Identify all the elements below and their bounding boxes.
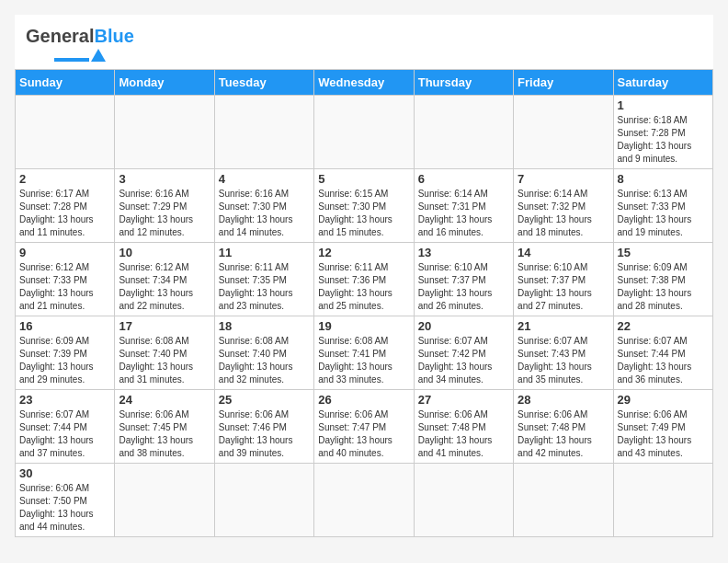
cell-info: Sunrise: 6:16 AM Sunset: 7:29 PM Dayligh… (119, 188, 210, 239)
calendar-cell (514, 96, 613, 169)
day-number: 10 (119, 246, 210, 259)
cell-info: Sunrise: 6:09 AM Sunset: 7:38 PM Dayligh… (618, 261, 709, 313)
day-number: 5 (318, 172, 409, 186)
cell-info: Sunrise: 6:07 AM Sunset: 7:44 PM Dayligh… (618, 335, 709, 386)
calendar-cell: 22Sunrise: 6:07 AM Sunset: 7:44 PM Dayli… (613, 316, 712, 390)
weekday-header-row: SundayMondayTuesdayWednesdayThursdayFrid… (16, 70, 713, 96)
cell-info: Sunrise: 6:07 AM Sunset: 7:44 PM Dayligh… (19, 408, 110, 460)
calendar-cell (214, 464, 313, 537)
cell-info: Sunrise: 6:06 AM Sunset: 7:45 PM Dayligh… (119, 408, 210, 460)
day-number: 16 (19, 319, 110, 333)
weekday-header-monday: Monday (115, 70, 214, 96)
calendar-cell: 15Sunrise: 6:09 AM Sunset: 7:38 PM Dayli… (613, 243, 712, 316)
cell-info: Sunrise: 6:13 AM Sunset: 7:33 PM Dayligh… (618, 188, 709, 239)
calendar-cell: 28Sunrise: 6:06 AM Sunset: 7:48 PM Dayli… (514, 390, 613, 464)
cell-info: Sunrise: 6:08 AM Sunset: 7:40 PM Dayligh… (219, 335, 310, 386)
day-number: 22 (618, 319, 709, 333)
calendar-cell (115, 96, 214, 169)
calendar-cell: 24Sunrise: 6:06 AM Sunset: 7:45 PM Dayli… (115, 390, 214, 464)
calendar-page: General Blue SundayMondayTuesdayWednesda… (15, 15, 713, 537)
calendar-cell: 17Sunrise: 6:08 AM Sunset: 7:40 PM Dayli… (115, 316, 214, 390)
calendar-cell: 30Sunrise: 6:06 AM Sunset: 7:50 PM Dayli… (16, 464, 115, 537)
day-number: 29 (618, 393, 709, 407)
logo-general: General (26, 26, 94, 47)
day-number: 20 (418, 319, 509, 333)
weekday-header-thursday: Thursday (414, 70, 513, 96)
calendar-cell (514, 464, 613, 537)
day-number: 24 (119, 393, 210, 407)
week-row-0: 1Sunrise: 6:18 AM Sunset: 7:28 PM Daylig… (16, 96, 713, 169)
day-number: 17 (119, 319, 210, 333)
week-row-3: 16Sunrise: 6:09 AM Sunset: 7:39 PM Dayli… (16, 316, 713, 390)
calendar-cell (613, 464, 712, 537)
calendar-cell: 4Sunrise: 6:16 AM Sunset: 7:30 PM Daylig… (214, 169, 313, 243)
day-number: 3 (119, 172, 210, 186)
calendar-table: SundayMondayTuesdayWednesdayThursdayFrid… (15, 69, 713, 537)
cell-info: Sunrise: 6:17 AM Sunset: 7:28 PM Dayligh… (19, 188, 110, 239)
cell-info: Sunrise: 6:06 AM Sunset: 7:48 PM Dayligh… (518, 408, 609, 460)
cell-info: Sunrise: 6:06 AM Sunset: 7:46 PM Dayligh… (219, 408, 310, 460)
calendar-cell (414, 96, 513, 169)
calendar-cell: 5Sunrise: 6:15 AM Sunset: 7:30 PM Daylig… (314, 169, 414, 243)
weekday-header-saturday: Saturday (613, 70, 712, 96)
cell-info: Sunrise: 6:06 AM Sunset: 7:47 PM Dayligh… (318, 408, 409, 460)
weekday-header-tuesday: Tuesday (214, 70, 313, 96)
day-number: 14 (518, 246, 609, 259)
calendar-cell: 19Sunrise: 6:08 AM Sunset: 7:41 PM Dayli… (314, 316, 414, 390)
day-number: 30 (19, 466, 110, 480)
cell-info: Sunrise: 6:12 AM Sunset: 7:33 PM Dayligh… (19, 261, 110, 313)
cell-info: Sunrise: 6:14 AM Sunset: 7:32 PM Dayligh… (518, 188, 609, 239)
day-number: 18 (219, 319, 310, 333)
calendar-cell: 20Sunrise: 6:07 AM Sunset: 7:42 PM Dayli… (414, 316, 513, 390)
week-row-1: 2Sunrise: 6:17 AM Sunset: 7:28 PM Daylig… (16, 169, 713, 243)
day-number: 26 (318, 393, 409, 407)
calendar-cell: 1Sunrise: 6:18 AM Sunset: 7:28 PM Daylig… (613, 96, 712, 169)
week-row-2: 9Sunrise: 6:12 AM Sunset: 7:33 PM Daylig… (16, 243, 713, 316)
cell-info: Sunrise: 6:09 AM Sunset: 7:39 PM Dayligh… (19, 335, 110, 386)
day-number: 25 (219, 393, 310, 407)
calendar-cell: 7Sunrise: 6:14 AM Sunset: 7:32 PM Daylig… (514, 169, 613, 243)
cell-info: Sunrise: 6:16 AM Sunset: 7:30 PM Dayligh… (219, 188, 310, 239)
weekday-header-friday: Friday (514, 70, 613, 96)
day-number: 13 (418, 246, 509, 259)
cell-info: Sunrise: 6:07 AM Sunset: 7:43 PM Dayligh… (518, 335, 609, 386)
calendar-cell: 2Sunrise: 6:17 AM Sunset: 7:28 PM Daylig… (16, 169, 115, 243)
weekday-header-wednesday: Wednesday (314, 70, 414, 96)
calendar-cell: 6Sunrise: 6:14 AM Sunset: 7:31 PM Daylig… (414, 169, 513, 243)
cell-info: Sunrise: 6:15 AM Sunset: 7:30 PM Dayligh… (318, 188, 409, 239)
cell-info: Sunrise: 6:18 AM Sunset: 7:28 PM Dayligh… (618, 114, 709, 166)
calendar-cell: 10Sunrise: 6:12 AM Sunset: 7:34 PM Dayli… (115, 243, 214, 316)
calendar-cell: 11Sunrise: 6:11 AM Sunset: 7:35 PM Dayli… (214, 243, 313, 316)
cell-info: Sunrise: 6:07 AM Sunset: 7:42 PM Dayligh… (418, 335, 509, 386)
calendar-cell: 29Sunrise: 6:06 AM Sunset: 7:49 PM Dayli… (613, 390, 712, 464)
calendar-cell: 26Sunrise: 6:06 AM Sunset: 7:47 PM Dayli… (314, 390, 414, 464)
calendar-cell (214, 96, 313, 169)
calendar-cell (16, 96, 115, 169)
week-row-5: 30Sunrise: 6:06 AM Sunset: 7:50 PM Dayli… (16, 464, 713, 537)
calendar-cell: 21Sunrise: 6:07 AM Sunset: 7:43 PM Dayli… (514, 316, 613, 390)
day-number: 2 (19, 172, 110, 186)
cell-info: Sunrise: 6:10 AM Sunset: 7:37 PM Dayligh… (418, 261, 509, 313)
cell-info: Sunrise: 6:06 AM Sunset: 7:49 PM Dayligh… (618, 408, 709, 460)
calendar-cell: 13Sunrise: 6:10 AM Sunset: 7:37 PM Dayli… (414, 243, 513, 316)
calendar-cell (314, 96, 414, 169)
day-number: 27 (418, 393, 509, 407)
day-number: 23 (19, 393, 110, 407)
calendar-cell: 25Sunrise: 6:06 AM Sunset: 7:46 PM Dayli… (214, 390, 313, 464)
cell-info: Sunrise: 6:08 AM Sunset: 7:41 PM Dayligh… (318, 335, 409, 386)
cell-info: Sunrise: 6:06 AM Sunset: 7:50 PM Dayligh… (19, 482, 110, 534)
weekday-header-sunday: Sunday (16, 70, 115, 96)
day-number: 19 (318, 319, 409, 333)
calendar-cell: 14Sunrise: 6:10 AM Sunset: 7:37 PM Dayli… (514, 243, 613, 316)
cell-info: Sunrise: 6:14 AM Sunset: 7:31 PM Dayligh… (418, 188, 509, 239)
day-number: 15 (618, 246, 709, 259)
calendar-cell: 18Sunrise: 6:08 AM Sunset: 7:40 PM Dayli… (214, 316, 313, 390)
header: General Blue (15, 15, 713, 69)
cell-info: Sunrise: 6:10 AM Sunset: 7:37 PM Dayligh… (518, 261, 609, 313)
calendar-cell: 27Sunrise: 6:06 AM Sunset: 7:48 PM Dayli… (414, 390, 513, 464)
day-number: 7 (518, 172, 609, 186)
logo-blue: Blue (94, 26, 133, 47)
cell-info: Sunrise: 6:06 AM Sunset: 7:48 PM Dayligh… (418, 408, 509, 460)
calendar-cell: 23Sunrise: 6:07 AM Sunset: 7:44 PM Dayli… (16, 390, 115, 464)
day-number: 4 (219, 172, 310, 186)
